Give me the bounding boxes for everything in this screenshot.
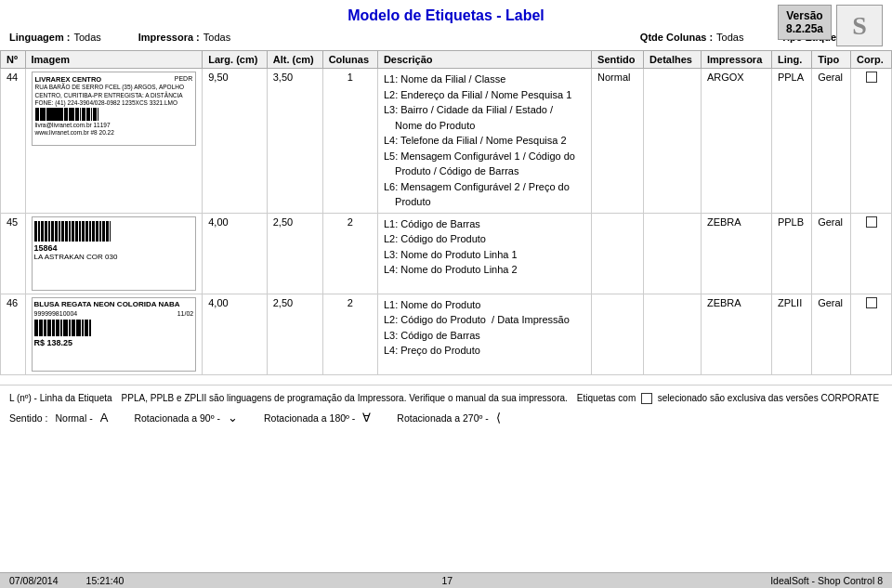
logo: S <box>836 5 883 46</box>
col-larg: Larg. (cm) <box>203 51 268 69</box>
row-46-descricao: L1: Nome do Produto L2: Código do Produt… <box>377 294 591 374</box>
col-ling: Ling. <box>771 51 811 69</box>
qtde-colunas-pair: Qtde Colunas : Todas <box>640 32 744 43</box>
table-row: 46 BLUSA REGATA NEON COLORIDA NABA 99999… <box>1 294 892 374</box>
page-header: Modelo de Etiquetas - Label Versão 8.2.2… <box>0 0 892 28</box>
impressora-pair: Impressora : Todas <box>138 32 230 43</box>
footer-note3: Etiquetas com selecionado são exclusiva … <box>577 391 879 406</box>
col-imagem: Imagem <box>25 51 203 69</box>
col-colunas: Colunas <box>322 51 377 69</box>
arrow-90-icon: ⌄ <box>228 409 238 428</box>
qtde-colunas-value: Todas <box>716 32 743 43</box>
col-descricao: Descrição <box>377 51 591 69</box>
row-44-tipo: Geral <box>812 69 851 214</box>
row-46-detalhes <box>644 294 702 374</box>
row-44-colunas: 1 <box>322 69 377 214</box>
row-44-larg: 9,50 <box>203 69 268 214</box>
rot180-label: Rotacionada a 180º - <box>264 411 355 426</box>
row-45-larg: 4,00 <box>203 213 268 294</box>
col-tipo: Tipo <box>812 51 851 69</box>
arrow-270-icon: ⟨ <box>496 409 501 428</box>
row-45-num: 45 <box>1 213 26 294</box>
row-45-image: 15864 LA ASTRAKAN COR 030 <box>25 213 203 294</box>
row-46-checkbox <box>866 297 877 308</box>
linguagem-pair: Linguagem : Todas <box>9 32 101 43</box>
lbl44-phone: FONE: (41) 224-3904/028-0982 1235XCS 332… <box>35 99 193 107</box>
lbl45-prodname: LA ASTRAKAN COR 030 <box>34 253 194 262</box>
row-45-sentido <box>592 213 644 294</box>
label-44-preview: LIVRAREX CENTRO PEDR RUA BARÃO DE SERRO … <box>32 72 197 146</box>
status-left: 07/08/2014 15:21:40 <box>9 575 124 586</box>
lbl46-price: R$ 138.25 <box>34 338 194 349</box>
row-44-image: LIVRAREX CENTRO PEDR RUA BARÃO DE SERRO … <box>25 69 203 214</box>
lbl45-prodnum: 15864 <box>34 243 194 254</box>
status-bar: 07/08/2014 15:21:40 17 IdealSoft - Shop … <box>0 572 892 588</box>
footer-notes: L (nº) - Linha da Etiqueta PPLA, PPLB e … <box>0 385 892 430</box>
lbl44-addr1: RUA BARÃO DE SERRO FCEL (35) ARGOS, APOL… <box>35 84 193 91</box>
lbl44-email: livra@livranet.com.br 11197 <box>35 122 193 129</box>
col-impressora: Impressora <box>701 51 771 69</box>
col-corp: Corp. <box>851 51 892 69</box>
row-45-ling: PPLB <box>771 213 811 294</box>
label-45-preview: 15864 LA ASTRAKAN COR 030 <box>32 216 197 291</box>
row-46-image: BLUSA REGATA NEON COLORIDA NABA 99999981… <box>25 294 203 374</box>
linguagem-label: Linguagem : <box>9 32 70 43</box>
lbl46-code: 999999810004 <box>34 309 78 318</box>
row-46-ling: ZPLII <box>771 294 811 374</box>
lbl46-barcode <box>34 320 194 336</box>
linguagem-value: Todas <box>73 32 100 43</box>
impressora-label: Impressora : <box>138 32 200 43</box>
row-44-descricao: L1: Nome da Filial / Classe L2: Endereço… <box>377 69 591 214</box>
footer-row2: Sentido : Normal - A Rotacionada a 90º -… <box>9 409 883 428</box>
arrow-normal-icon: A <box>100 409 109 428</box>
col-sentido: Sentido <box>592 51 644 69</box>
lbl44-barcode <box>35 108 193 121</box>
row-44-alt: 3,50 <box>267 69 322 214</box>
lbl46-date: 11/02 <box>177 309 194 318</box>
table-row: 45 15864 LA ASTRAKAN COR <box>1 213 892 294</box>
row-46-alt: 2,50 <box>267 294 322 374</box>
row-46-tipo: Geral <box>812 294 851 374</box>
row-44-corp <box>851 69 892 214</box>
version-value: 8.2.25a <box>786 22 823 35</box>
footer-row1: L (nº) - Linha da Etiqueta PPLA, PPLB e … <box>9 391 883 406</box>
label-46-preview: BLUSA REGATA NEON COLORIDA NABA 99999981… <box>32 297 197 372</box>
row-45-detalhes <box>644 213 702 294</box>
footer-checkbox-icon <box>641 393 652 404</box>
row-46-larg: 4,00 <box>203 294 268 374</box>
footer-note1: L (nº) - Linha da Etiqueta <box>9 391 112 406</box>
col-alt: Alt. (cm) <box>267 51 322 69</box>
row-45-impressora: ZEBRA <box>701 213 771 294</box>
row-46-sentido <box>592 294 644 374</box>
row-44-checkbox <box>866 72 877 83</box>
lbl44-addr2: CENTRO, CURITIBA-PR ENTREGISTA: A DISTÂN… <box>35 92 193 99</box>
status-time: 15:21:40 <box>86 575 125 586</box>
row-44-impressora: ARGOX <box>701 69 771 214</box>
row-46-corp <box>851 294 892 374</box>
sentido-label: Sentido : <box>9 411 47 426</box>
info-row: Linguagem : Todas Impressora : Todas Qtd… <box>0 28 892 46</box>
status-app: IdealSoft - Shop Control 8 <box>770 575 883 586</box>
row-44-sentido: Normal <box>592 69 644 214</box>
rot270-label: Rotacionada a 270º - <box>397 411 488 426</box>
page-title: Modelo de Etiquetas - Label <box>0 7 892 24</box>
col-detalhes: Detalhes <box>644 51 702 69</box>
lbl44-web: www.livranet.com.br #8 20.22 <box>35 129 193 137</box>
row-46-num: 46 <box>1 294 26 374</box>
impressora-value: Todas <box>203 32 230 43</box>
row-44-num: 44 <box>1 69 26 214</box>
lbl44-company: LIVRAREX CENTRO <box>35 75 102 84</box>
row-46-impressora: ZEBRA <box>701 294 771 374</box>
sentido-normal: Normal - <box>55 411 92 426</box>
lbl44-ref: PEDR <box>175 75 192 84</box>
row-45-tipo: Geral <box>812 213 851 294</box>
lbl45-barcode <box>34 221 194 242</box>
col-num: Nº <box>1 51 26 69</box>
status-page: 17 <box>124 575 770 586</box>
table-row: 44 LIVRAREX CENTRO PEDR RUA BARÃO DE SER… <box>1 69 892 214</box>
arrow-180-icon: ∀ <box>362 409 371 428</box>
row-45-checkbox <box>866 216 877 228</box>
rot90-label: Rotacionada a 90º - <box>134 411 220 426</box>
status-date: 07/08/2014 <box>9 575 59 586</box>
row-45-alt: 2,50 <box>267 213 322 294</box>
